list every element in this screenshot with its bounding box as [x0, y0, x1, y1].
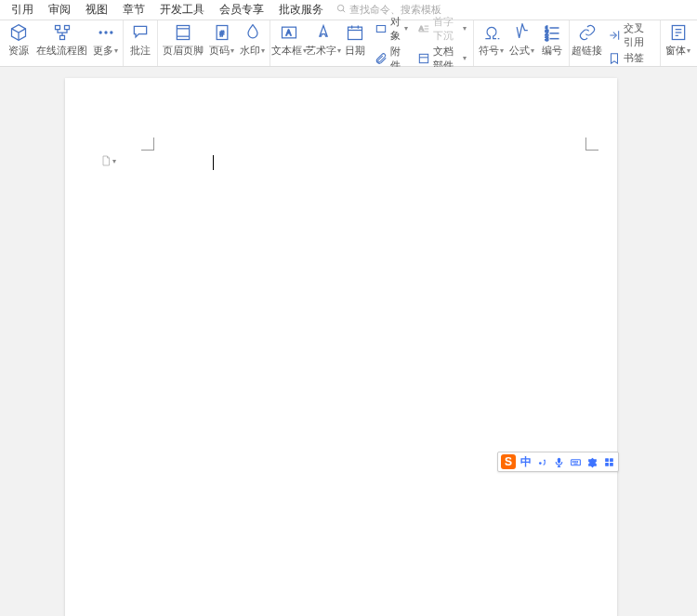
chevron-down-icon: ▾ — [114, 46, 118, 55]
watermark-icon — [243, 22, 263, 43]
chevron-down-icon: ▾ — [230, 46, 234, 55]
object-button[interactable]: 对象▾ — [372, 14, 411, 44]
crossref-icon — [608, 29, 621, 42]
calendar-icon — [345, 22, 365, 43]
more-icon — [96, 22, 116, 43]
pagenumber-label: 页码 — [209, 44, 230, 58]
watermark-button[interactable]: 水印▾ — [237, 20, 268, 66]
ime-menu-icon[interactable] — [603, 456, 615, 468]
chevron-down-icon: ▾ — [500, 46, 504, 55]
margin-guide-topright — [585, 138, 598, 151]
menu-references[interactable]: 引用 — [4, 0, 41, 20]
omega-icon — [481, 22, 502, 43]
svg-text:#: # — [219, 29, 224, 38]
svg-text:3: 3 — [546, 35, 549, 42]
dropcap-button[interactable]: A 首字下沉▾ — [414, 14, 469, 44]
link-icon — [577, 22, 598, 43]
object-label: 对象 — [390, 15, 401, 43]
headerfooter-button[interactable]: 页眉页脚 — [160, 20, 206, 66]
resources-label: 资源 — [8, 44, 29, 58]
group-textobj: A 文本框▾ 艺术字▾ 日期 对象▾ 附件 A 首字下沉▾ — [270, 20, 474, 66]
comment-label: 批注 — [130, 44, 151, 58]
ime-language-indicator[interactable]: 中 — [520, 454, 532, 470]
comment-button[interactable]: 批注 — [125, 20, 155, 66]
resources-button[interactable]: 资源 — [4, 20, 33, 66]
svg-point-5 — [99, 31, 101, 33]
svg-point-36 — [539, 462, 542, 465]
paragraph-panel-toggle[interactable]: ▾ — [100, 154, 116, 167]
stack-bookmarks: 交叉引用 书签 — [603, 20, 658, 66]
ime-skin-icon[interactable] — [586, 456, 598, 468]
menu-corrections[interactable]: 批改服务 — [271, 0, 331, 20]
sogou-logo-icon[interactable]: S — [501, 454, 516, 469]
search-icon — [336, 4, 347, 16]
svg-rect-46 — [610, 463, 613, 466]
numbering-icon: 123 — [542, 22, 562, 43]
margin-guide-topleft — [141, 138, 154, 151]
crossref-label: 交叉引用 — [624, 21, 653, 49]
flowchart-button[interactable]: 在线流程图 — [33, 20, 90, 66]
menu-review[interactable]: 审阅 — [41, 0, 78, 20]
svg-rect-15 — [348, 27, 362, 39]
group-forms: 窗体▾ — [661, 20, 695, 66]
svg-rect-2 — [55, 26, 59, 30]
chevron-down-icon: ▾ — [112, 157, 116, 165]
hyperlink-button[interactable]: 超链接 — [572, 20, 602, 66]
forms-icon — [668, 22, 689, 43]
date-button[interactable]: 日期 — [340, 20, 370, 66]
numbering-label: 编号 — [542, 44, 562, 58]
svg-text:A: A — [286, 28, 292, 37]
document-page[interactable]: ▾ S 中 — [65, 78, 617, 616]
chevron-down-icon: ▾ — [261, 46, 265, 55]
flowchart-label: 在线流程图 — [36, 44, 87, 58]
group-comment: 批注 — [124, 20, 158, 66]
menu-chapter[interactable]: 章节 — [115, 0, 152, 20]
svg-rect-43 — [605, 458, 609, 462]
watermark-label: 水印 — [240, 44, 260, 58]
svg-rect-37 — [558, 457, 560, 463]
textbox-button[interactable]: A 文本框▾ — [272, 20, 307, 66]
numbering-button[interactable]: 123 编号 — [537, 20, 567, 66]
more-button[interactable]: 更多▾ — [90, 20, 121, 66]
svg-rect-8 — [177, 26, 189, 40]
forms-label: 窗体 — [665, 44, 686, 58]
ime-mic-icon[interactable] — [553, 456, 565, 468]
group-symbol: 符号▾ 公式▾ 123 编号 — [474, 20, 570, 66]
paperclip-icon — [375, 52, 388, 65]
stack-attachment: 对象▾ 附件 — [370, 20, 413, 66]
crossref-button[interactable]: 交叉引用 — [605, 20, 656, 50]
equation-icon — [512, 22, 533, 43]
headerfooter-icon — [173, 22, 193, 43]
svg-rect-3 — [64, 26, 69, 30]
ime-keyboard-icon[interactable] — [570, 456, 582, 468]
pagenumber-button[interactable]: # 页码▾ — [206, 20, 237, 66]
chevron-down-icon: ▾ — [687, 46, 690, 55]
object-icon — [375, 22, 388, 35]
ribbon-toolbar: 资源 在线流程图 更多▾ 批注 页眉页脚 # 页码▾ 水印▾ — [0, 20, 697, 67]
wordart-label: 艺术字 — [306, 44, 336, 58]
chevron-down-icon: ▾ — [463, 54, 467, 62]
bookmark-button[interactable]: 书签 — [605, 50, 656, 66]
forms-button[interactable]: 窗体▾ — [663, 20, 693, 66]
svg-rect-44 — [610, 458, 613, 462]
document-icon — [100, 154, 112, 167]
wordart-button[interactable]: 艺术字▾ — [307, 20, 341, 66]
ime-punct-icon[interactable] — [536, 456, 548, 468]
menu-vip[interactable]: 会员专享 — [212, 0, 271, 20]
hyperlink-label: 超链接 — [572, 44, 602, 58]
comment-icon — [130, 22, 151, 43]
svg-rect-45 — [605, 463, 609, 466]
flowchart-icon — [52, 22, 72, 43]
group-resources: 资源 在线流程图 更多▾ — [2, 20, 124, 66]
svg-point-0 — [337, 5, 343, 10]
ime-toolbar[interactable]: S 中 — [497, 452, 619, 472]
svg-line-1 — [343, 10, 345, 12]
svg-point-39 — [572, 461, 573, 462]
equation-button[interactable]: 公式▾ — [506, 20, 537, 66]
menu-devtools[interactable]: 开发工具 — [152, 0, 212, 20]
svg-point-7 — [110, 31, 112, 33]
symbol-label: 符号 — [479, 44, 499, 58]
cube-icon — [8, 22, 29, 43]
symbol-button[interactable]: 符号▾ — [476, 20, 506, 66]
menu-view[interactable]: 视图 — [78, 0, 115, 20]
